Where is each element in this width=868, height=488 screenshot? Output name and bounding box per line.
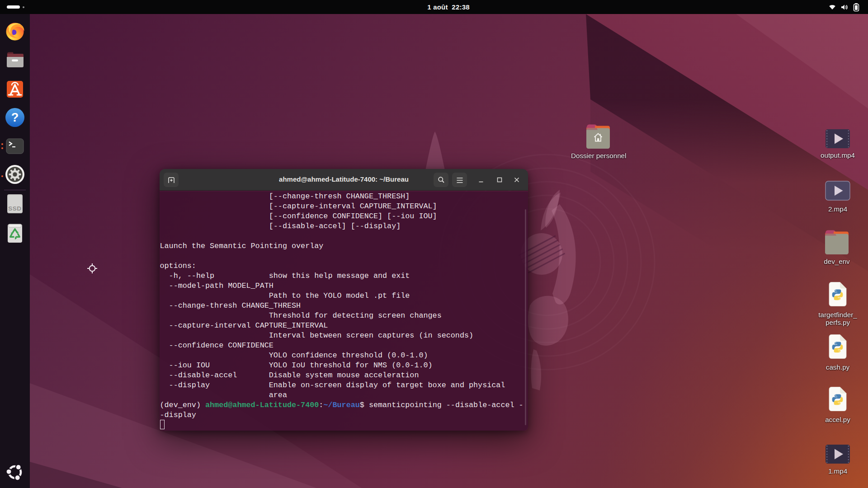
svg-text:SSD: SSD <box>8 205 21 212</box>
svg-text:?: ? <box>11 111 19 124</box>
